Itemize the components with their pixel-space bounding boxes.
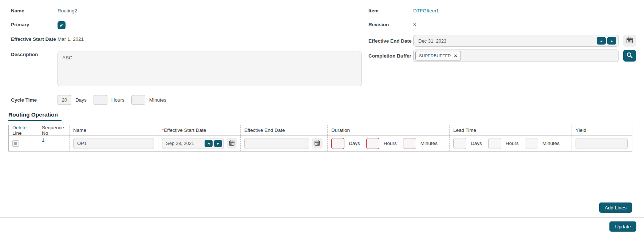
- col-effective-end-date: Effective End Date: [240, 125, 327, 135]
- row-end-date-box: [244, 138, 309, 149]
- col-sequence-no: Sequence No: [38, 125, 69, 135]
- yield-input[interactable]: [576, 138, 628, 149]
- date-prev-button[interactable]: ◂: [597, 37, 606, 45]
- col-duration: Duration: [327, 125, 449, 135]
- calendar-icon: [315, 140, 320, 147]
- add-lines-button[interactable]: Add Lines: [599, 202, 632, 213]
- start-date-cell: ◂ ▸: [158, 135, 240, 151]
- sequence-no-cell: 1: [38, 135, 69, 151]
- completion-buffer-search-button[interactable]: [623, 50, 636, 62]
- revision-value: 3: [413, 21, 416, 27]
- routing-operation-title: Routing Operation: [8, 111, 62, 118]
- effective-start-date-label: Effective Start Date: [11, 36, 58, 42]
- duration-hours-unit: Hours: [384, 141, 397, 146]
- item-link[interactable]: DTFGItem1: [413, 7, 439, 13]
- footer-divider: [0, 217, 644, 218]
- yield-cell: [572, 135, 632, 151]
- date-next-button[interactable]: ▸: [607, 37, 616, 45]
- form-area: Name Routing2 Primary ✓ Effective Start …: [0, 7, 644, 105]
- name-label: Name: [11, 7, 58, 13]
- routing-operation-section: Routing Operation: [8, 111, 62, 121]
- cycle-time-days-input[interactable]: [58, 95, 71, 105]
- field-name: Name Routing2: [11, 7, 361, 14]
- arrow-right-icon: ▸: [611, 39, 613, 43]
- search-icon: [627, 52, 633, 59]
- arrow-left-icon: ◂: [208, 142, 210, 145]
- row-date-spinners: ◂ ▸: [205, 140, 222, 147]
- routing-operation-table: Delete Line Sequence No Name *Effective …: [8, 125, 632, 152]
- effective-end-date-input[interactable]: [418, 38, 596, 44]
- row-date-next-button[interactable]: ▸: [214, 140, 222, 147]
- duration-minutes-input[interactable]: [403, 138, 416, 149]
- cycle-time-days-unit: Days: [75, 97, 87, 103]
- end-date-cell: [240, 135, 327, 151]
- row-end-date-calendar-button[interactable]: [312, 138, 323, 149]
- duration-cell: Days Hours Minutes: [327, 135, 449, 151]
- col-yield: Yield: [572, 125, 632, 135]
- delete-line-cell: [9, 135, 38, 151]
- cycle-time-minutes-input[interactable]: [131, 95, 145, 105]
- duration-minutes-unit: Minutes: [420, 141, 438, 146]
- completion-buffer-chip: SUPERBUFFER ✕: [415, 51, 461, 60]
- row-date-prev-button[interactable]: ◂: [205, 140, 213, 147]
- name-cell: [69, 135, 158, 151]
- completion-buffer-input[interactable]: SUPERBUFFER ✕: [413, 50, 619, 62]
- row-start-date-box: ◂ ▸: [162, 138, 224, 149]
- revision-label: Revision: [368, 21, 413, 27]
- field-primary: Primary ✓: [11, 21, 361, 30]
- duration-days-unit: Days: [349, 141, 360, 146]
- col-delete-line: Delete Line: [9, 125, 38, 135]
- cycle-time-label: Cycle Time: [11, 97, 58, 103]
- delete-line-checkbox[interactable]: [12, 140, 19, 147]
- effective-end-date-box: ◂ ▸: [413, 35, 619, 47]
- arrow-right-icon: ▸: [217, 142, 219, 145]
- cycle-time-minutes-unit: Minutes: [149, 97, 166, 103]
- date-spinners: ◂ ▸: [597, 37, 616, 45]
- lead-time-hours-input[interactable]: [488, 138, 501, 149]
- row-start-date-input[interactable]: [166, 141, 203, 146]
- update-button[interactable]: Update: [609, 221, 636, 232]
- effective-end-date-label: Effective End Date: [368, 38, 413, 44]
- col-lead-time: Lead Time: [449, 125, 572, 135]
- field-completion-buffer: Completion Buffer SUPERBUFFER ✕: [368, 50, 644, 62]
- table-row: 1 ◂ ▸: [9, 135, 632, 151]
- lead-time-minutes-unit: Minutes: [542, 141, 560, 146]
- calendar-icon: [627, 37, 633, 44]
- lead-time-days-unit: Days: [471, 141, 482, 146]
- primary-label: Primary: [11, 21, 58, 27]
- lead-time-days-input[interactable]: [453, 138, 466, 149]
- col-effective-start-date: *Effective Start Date: [158, 125, 240, 135]
- cycle-time-hours-input[interactable]: [94, 95, 107, 105]
- add-lines-bar: Add Lines: [0, 202, 644, 213]
- update-bar: Update: [0, 221, 644, 232]
- chip-label: SUPERBUFFER: [419, 54, 451, 58]
- description-textarea[interactable]: ABC: [58, 51, 361, 86]
- routing-form-page: Name Routing2 Primary ✓ Effective Start …: [0, 0, 644, 236]
- table-header-row: Delete Line Sequence No Name *Effective …: [9, 125, 632, 135]
- check-icon: ✓: [59, 23, 64, 28]
- name-value: Routing2: [58, 7, 77, 13]
- field-effective-start-date: Effective Start Date Mar 1, 2021: [11, 36, 361, 42]
- calendar-icon: [229, 140, 234, 147]
- chip-remove-icon[interactable]: ✕: [454, 54, 457, 58]
- field-item: Item DTFGItem1: [368, 7, 644, 14]
- form-left-column: Name Routing2 Primary ✓ Effective Start …: [0, 7, 361, 105]
- operation-name-input[interactable]: [73, 138, 154, 149]
- lead-time-cell: Days Hours Minutes: [449, 135, 572, 151]
- completion-buffer-label: Completion Buffer: [368, 53, 413, 59]
- field-description: Description ABC: [11, 51, 361, 86]
- lead-time-minutes-input[interactable]: [525, 138, 538, 149]
- row-start-date-calendar-button[interactable]: [227, 138, 237, 149]
- duration-hours-input[interactable]: [366, 138, 379, 149]
- row-end-date-input[interactable]: [248, 141, 305, 146]
- col-name: Name: [69, 125, 158, 135]
- effective-end-date-calendar-button[interactable]: [623, 35, 636, 47]
- description-label: Description: [11, 51, 58, 57]
- duration-days-input[interactable]: [331, 138, 344, 149]
- cycle-time-hours-unit: Hours: [111, 97, 125, 103]
- primary-checkbox[interactable]: ✓: [58, 21, 66, 29]
- field-revision: Revision 3: [368, 21, 644, 28]
- arrow-left-icon: ◂: [600, 39, 602, 43]
- title-underline: [8, 120, 62, 121]
- lead-time-hours-unit: Hours: [506, 141, 519, 146]
